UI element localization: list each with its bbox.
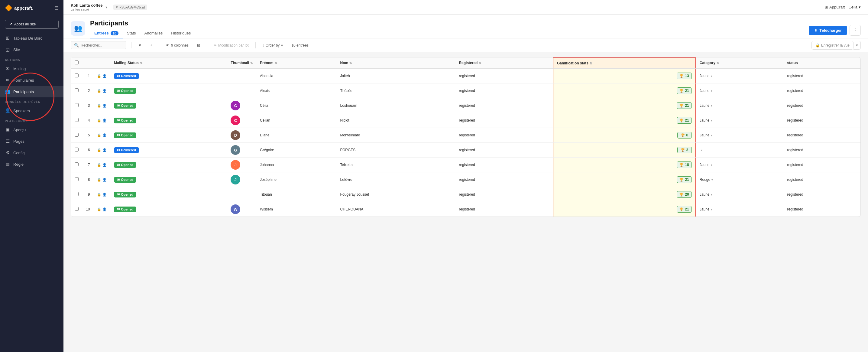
search-input[interactable] [81, 43, 123, 48]
user-chevron-icon: ▾ [859, 5, 861, 9]
category-chevron-icon[interactable]: ▾ [711, 178, 713, 181]
category-chevron-icon[interactable]: ▾ [711, 208, 712, 211]
save-view-arrow-button[interactable]: ▾ [854, 41, 861, 50]
row-checkbox[interactable] [75, 177, 79, 181]
category-chevron-icon[interactable]: ▾ [701, 148, 702, 152]
sidebar-item-site[interactable]: ◱ Site [0, 44, 63, 55]
gamification-cell: 🏆21 [553, 84, 696, 98]
frame-button[interactable]: ⊡ [195, 42, 202, 49]
row-checkbox[interactable] [75, 133, 79, 137]
sidebar-item-participants[interactable]: 👥 Participants [0, 86, 63, 97]
row-number: 4 [82, 113, 93, 128]
project-chevron-icon[interactable]: ▾ [105, 5, 107, 9]
tab-historiques[interactable]: Historiques [167, 28, 195, 38]
sidebar-label-config: Config [13, 151, 25, 155]
row-checkbox[interactable] [75, 74, 79, 78]
col-header-registered[interactable]: Registered ⇅ [455, 57, 553, 69]
row-number: 6 [82, 143, 93, 157]
entries-button[interactable]: 10 entrées [289, 42, 310, 49]
col-header-mailing-status[interactable]: Mailing Status ⇅ [110, 57, 227, 69]
category-chevron-icon[interactable]: ▾ [711, 134, 712, 137]
row-number: 7 [82, 157, 93, 172]
sidebar-item-formulaires[interactable]: ✏ Formulaires [0, 75, 63, 86]
category-cell: Jaune▾ [696, 202, 784, 216]
more-options-button[interactable]: ⋮ [849, 25, 861, 36]
save-view-button[interactable]: 🔒 Enregistrer la vue [811, 41, 854, 50]
col-header-nom[interactable]: Nom ⇅ [337, 57, 456, 69]
tab-anomalies[interactable]: Anomalies [140, 28, 167, 38]
trophy-icon: 🏆 [681, 148, 685, 152]
row-checkbox-cell [71, 143, 82, 157]
category-chevron-icon[interactable]: ▾ [711, 193, 712, 196]
row-checkbox[interactable] [75, 118, 79, 122]
prenom-cell: Grégoire [256, 143, 336, 157]
row-lock-user-icons: 🔒👤 [93, 128, 110, 143]
section-label-plateforme: PLATEFORME [0, 116, 63, 124]
columns-button[interactable]: 👁 9 colonnes [164, 42, 190, 49]
category-cell: Jaune▾ [696, 69, 784, 84]
col-header-gamification[interactable]: Gamification stats ⇅ [553, 57, 696, 69]
col-header-thumbnail[interactable]: Thumbnail ⇅ [227, 57, 256, 69]
sidebar-item-pages[interactable]: ☰ Pages [0, 136, 63, 147]
trophy-icon: 🏆 [679, 178, 684, 182]
category-cell: Rouge▾ [696, 172, 784, 187]
thumbnail-cell: J [227, 157, 256, 172]
category-chevron-icon[interactable]: ▾ [711, 163, 712, 167]
row-checkbox[interactable] [75, 207, 79, 211]
col-header-prenom[interactable]: Prénom ⇅ [256, 57, 336, 69]
row-checkbox[interactable] [75, 88, 79, 92]
access-site-button[interactable]: ↗ Accès au site [5, 20, 59, 29]
download-button[interactable]: ⬇ Télécharger [809, 26, 847, 35]
category-chevron-icon[interactable]: ▾ [711, 119, 712, 122]
tab-stats[interactable]: Stats [123, 28, 140, 38]
user-icon: 👤 [102, 178, 107, 182]
row-lock-user-icons: 🔒👤 [93, 84, 110, 98]
sidebar-item-tableau[interactable]: ⊞ Tableau De Bord [0, 32, 63, 44]
category-chevron-icon[interactable]: ▾ [711, 104, 712, 107]
category-chevron-icon[interactable]: ▾ [711, 75, 712, 78]
sidebar-item-mailing[interactable]: ✉ Mailing [0, 63, 63, 75]
sidebar-label-apercu: Aperçu [13, 127, 26, 132]
row-checkbox-cell [71, 69, 82, 84]
sidebar-label-site: Site [13, 48, 20, 52]
lock-icon: 🔒 [97, 207, 101, 211]
thumbnail-cell [227, 187, 256, 202]
page-header-left: 👥 Participants Entrées 10 Stats Anomalie… [71, 19, 195, 38]
col-header-checkbox [71, 57, 82, 69]
category-chevron-icon[interactable]: ▾ [711, 89, 712, 92]
col-header-status[interactable]: status [783, 57, 861, 69]
row-lock-user-icons: 🔒👤 [93, 98, 110, 113]
sidebar-item-speakers[interactable]: 👤 Speakers [0, 105, 63, 116]
row-checkbox[interactable] [75, 192, 79, 196]
gamification-badge: 🏆8 [677, 132, 692, 139]
row-checkbox[interactable] [75, 148, 79, 151]
category-sort-icon: ⇅ [717, 61, 719, 65]
mailing-opened-badge: ✉Opened [114, 103, 136, 109]
hamburger-icon[interactable]: ☰ [54, 5, 59, 11]
mailing-status-cell: ✉Opened [110, 84, 227, 98]
sidebar-item-apercu[interactable]: ▣ Aperçu [0, 124, 63, 136]
row-checkbox[interactable] [75, 103, 79, 107]
project-hash: # rkSgxAzGMq3cEt [113, 4, 147, 10]
order-button[interactable]: ↕ Order by ▾ [260, 42, 285, 49]
appcraft-label: ⊞ AppCraft [825, 5, 845, 9]
search-box[interactable]: 🔍 [71, 41, 126, 49]
status-cell: registered [783, 187, 861, 202]
category-cell: ▾ [696, 143, 784, 157]
sidebar-item-regie[interactable]: ▤ Régie [0, 158, 63, 170]
sidebar-item-config[interactable]: ⚙ Config [0, 147, 63, 158]
mailing-status-cell: ✉Opened [110, 187, 227, 202]
site-icon: ◱ [5, 47, 10, 52]
thumbnail-sort-icon: ⇅ [250, 61, 253, 65]
select-all-checkbox[interactable] [75, 60, 79, 64]
row-checkbox[interactable] [75, 163, 79, 166]
thumbnail-cell: C [227, 113, 256, 128]
mailing-opened-badge: ✉Opened [114, 207, 136, 212]
bulk-edit-button[interactable]: ✏ Modification par lot [212, 42, 251, 49]
filter-button[interactable]: ▼ [136, 42, 144, 49]
add-button[interactable]: + [148, 42, 154, 49]
col-header-category[interactable]: Category ⇅ [696, 57, 784, 69]
tab-entrees[interactable]: Entrées 10 [90, 28, 123, 38]
user-menu[interactable]: Célia ▾ [848, 5, 861, 9]
mailing-status-cell: ✉Opened [110, 128, 227, 143]
